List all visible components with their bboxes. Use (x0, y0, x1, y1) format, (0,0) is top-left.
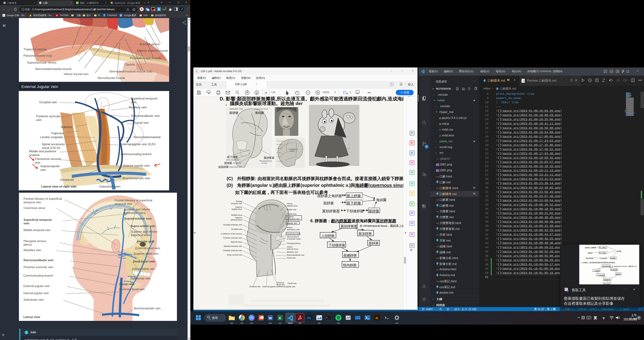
svg-text:scalene: scalene (29, 153, 40, 157)
svg-text:Trapezius muscle: Trapezius muscle (24, 48, 46, 51)
svg-text:Sternocleidomastoid muscle: Sternocleidomastoid muscle (35, 67, 72, 71)
svg-text:Internal jugular vein: Internal jugular vein (279, 285, 295, 287)
svg-text:Maxillary vein: Maxillary vein (287, 251, 298, 253)
svg-text:temporal vein: temporal vein (115, 202, 132, 205)
svg-text:facial vein: facial vein (276, 283, 285, 286)
svg-text:Superficial temporal: Superficial temporal (131, 97, 157, 100)
svg-text:Straight sinus: Straight sinus (231, 214, 242, 216)
svg-text:External jugular vein (EJV): External jugular vein (EJV) (120, 143, 156, 146)
svg-text:Middle temporal vein: Middle temporal vein (24, 228, 50, 232)
svg-text:Inferior thyroid vein: Inferior thyroid vein (64, 72, 88, 76)
svg-text:Facial vein: Facial vein (288, 282, 296, 284)
svg-text:Retromandibular vein: Retromandibular vein (131, 114, 160, 118)
svg-text:文: 文 (148, 9, 149, 11)
svg-text:ophthalmic vein: ophthalmic vein (287, 218, 300, 220)
svg-text:Angular vein: Angular vein (136, 240, 154, 243)
svg-text:Maxillary vein: Maxillary vein (24, 248, 41, 252)
svg-text:A: A (196, 70, 198, 72)
svg-text:Superior: Superior (287, 216, 294, 218)
svg-text:Brachiocephalic vein: Brachiocephalic vein (122, 177, 150, 180)
svg-text:Cavernous sinus: Cavernous sinus (287, 233, 300, 235)
svg-text:vein: vein (36, 118, 42, 122)
svg-text:Superficial temporal: Superficial temporal (24, 218, 52, 221)
svg-text:Levator scapulae: Levator scapulae (40, 135, 63, 139)
svg-text:Common facial vein: Common facial vein (119, 287, 145, 291)
svg-text:Cavernous sinus: Cavernous sinus (255, 108, 268, 110)
svg-text:P: P (259, 316, 262, 320)
svg-text:Inferior: Inferior (287, 246, 293, 248)
svg-text:Inferior labial vein: Inferior labial vein (132, 267, 155, 270)
svg-text:Occipital vein: Occipital vein (231, 228, 242, 230)
svg-text:Pterygoid plexus: Pterygoid plexus (260, 160, 272, 162)
svg-text:Frontal tributary of superfici: Frontal tributary of superficial (115, 199, 152, 202)
svg-text:Sternocleidomastoid muscle (cu: Sternocleidomastoid muscle (cut) (109, 70, 152, 73)
svg-text:Retromandibular vein: Retromandibular vein (287, 254, 304, 256)
svg-text:Pdf: Pdf (162, 8, 166, 11)
svg-text:Lateral view of right side: Lateral view of right side (41, 185, 76, 188)
svg-text:External jugular vein: External jugular vein (262, 285, 279, 287)
svg-text:sagittal sinus: sagittal sinus (287, 205, 298, 207)
svg-text:Confluence of the sinuses: Confluence of the sinuses (221, 233, 242, 235)
svg-text:petrosal sinus: petrosal sinus (231, 219, 242, 221)
svg-text:Inferior: Inferior (287, 226, 293, 228)
svg-text:Parietal tributary of superfic: Parietal tributary of superficial (24, 197, 62, 200)
svg-text:Lateral view: Lateral view (23, 315, 40, 318)
svg-text:Anterior jugular vein: Anterior jugular vein (123, 164, 150, 167)
svg-text:Anterior scalene muscle: Anterior scalene muscle (137, 49, 168, 52)
svg-text:Subclavian vein: Subclavian vein (100, 185, 120, 188)
svg-text:of veins: of veins (261, 162, 267, 164)
svg-text:0: 0 (458, 308, 459, 311)
svg-text:Subclavian vein: Subclavian vein (23, 298, 44, 301)
svg-text:of foramen ovale: of foramen ovale (287, 238, 300, 240)
svg-text:Angular vein: Angular vein (287, 222, 297, 224)
svg-text:Maxillary vein: Maxillary vein (128, 106, 147, 109)
svg-text:Supraclavicular nerves: Supraclavicular nerves (27, 61, 56, 64)
svg-text:Sternothyroid muscle: Sternothyroid muscle (98, 76, 125, 80)
svg-text:0: 0 (465, 308, 467, 311)
svg-text:Internal jugular vein: Internal jugular vein (23, 291, 49, 295)
svg-text:Basilar vein: Basilar vein (287, 208, 296, 211)
svg-text:SINUS: SINUS (290, 150, 294, 152)
svg-text:Facial vein: Facial vein (120, 282, 134, 286)
svg-text:Supratrochlear vein: Supratrochlear vein (124, 217, 152, 220)
svg-text:Occipital vein: Occipital vein (39, 101, 57, 104)
svg-text:Submental vein: Submental vein (130, 277, 150, 280)
svg-text:100: 100 (472, 308, 476, 311)
svg-text:Middle and posterior: Middle and posterior (29, 150, 56, 153)
svg-text:Parietal: Parietal (236, 200, 242, 202)
svg-text:ophthalmic veins: ophthalmic veins (124, 211, 146, 214)
svg-text:Communicating branch: Communicating branch (23, 274, 54, 277)
svg-text:palpebral veins: palpebral veins (131, 233, 150, 237)
svg-text:Pterygoid venous: Pterygoid venous (24, 239, 46, 243)
svg-text:Retromandibular vein: Retromandibular vein (24, 258, 54, 262)
svg-text:Suprascapular: Suprascapular (40, 165, 60, 168)
svg-text:Pterygoid plexus: Pterygoid plexus (287, 242, 300, 244)
svg-text:Venous plexus: Venous plexus (287, 236, 299, 238)
svg-text:Cavernous sinus: Cavernous sinus (24, 206, 45, 209)
svg-text:petrosal sinus: petrosal sinus (287, 248, 298, 250)
svg-text:Infra-orbital vein: Infra-orbital vein (226, 159, 239, 161)
svg-text:Facial vein: Facial vein (287, 257, 296, 259)
svg-text:Facial vein: Facial vein (134, 121, 149, 125)
svg-text:External nasal vein: External nasal vein (135, 246, 160, 250)
svg-text:Splenius: Splenius (60, 125, 72, 129)
svg-text:Facial vein: Facial vein (233, 162, 241, 164)
svg-text:Superior: Superior (235, 217, 242, 219)
svg-text:plexus: plexus (24, 243, 32, 246)
svg-text:Deep cervical vein: Deep cervical vein (227, 254, 242, 256)
svg-text:Pectoralis major muscle: Pectoralis major muscle (130, 57, 161, 60)
svg-text:Spinal accessory: Spinal accessory (42, 143, 65, 146)
svg-text:vein: vein (131, 101, 136, 104)
svg-text:Superior and inferior: Superior and inferior (131, 230, 158, 233)
svg-text:Sternocleidomastoid: Sternocleidomastoid (133, 135, 160, 139)
svg-text:Condylar emissary vein: Condylar emissary vein (223, 249, 242, 251)
svg-text:X: X (279, 316, 281, 320)
svg-text:Superior labial vein: Superior labial vein (134, 252, 158, 255)
svg-text:vein: vein (24, 222, 29, 225)
svg-text:Posterior auricular vein: Posterior auricular vein (223, 237, 242, 239)
svg-text:Deep facial vein: Deep facial vein (230, 166, 242, 168)
svg-text:Transverse cervical: Transverse cervical (35, 157, 61, 161)
svg-text:Superior and inferior: Superior and inferior (124, 208, 150, 211)
svg-text:>_: >_ (326, 316, 329, 319)
svg-text:Frontal vein: Frontal vein (287, 213, 296, 215)
